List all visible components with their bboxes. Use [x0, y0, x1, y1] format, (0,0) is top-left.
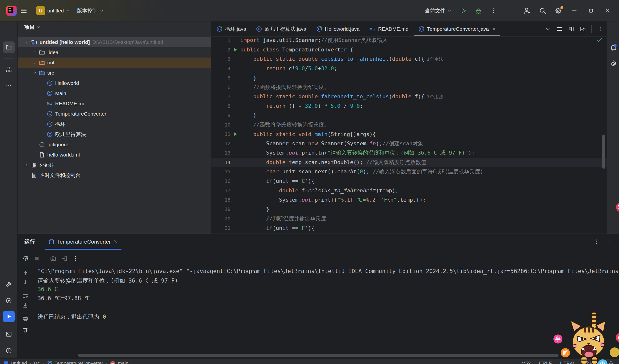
title-bar: U untitled 版本控制 当前文件 [0, 0, 619, 21]
code-with-me-button[interactable] [520, 4, 534, 17]
run-tab-label: TemperatureConverter [57, 239, 111, 245]
export-button[interactable] [61, 255, 68, 262]
tree-item-hello-world.iml[interactable]: hello world.iml [17, 150, 211, 160]
run-config-widget[interactable]: 当前文件 [422, 4, 455, 17]
run-button[interactable] [457, 4, 470, 17]
console-output[interactable]: "C:\Program Files\Java\jdk-22\bin\java.e… [38, 268, 619, 351]
hide-panel-icon[interactable] [606, 239, 612, 245]
chevron-down-icon[interactable] [23, 40, 30, 44]
trash-button[interactable] [21, 326, 29, 334]
tab-循环.java[interactable]: C循环.java [211, 21, 251, 36]
gutter-run-icon[interactable] [233, 47, 238, 52]
kebab-icon[interactable] [597, 26, 603, 32]
stripe-structure-button[interactable] [3, 64, 15, 75]
chevron-right-icon[interactable] [31, 60, 38, 65]
tab-README.md[interactable]: MREADME.md [364, 21, 413, 36]
chevron-down-icon[interactable] [545, 26, 551, 32]
gutter-run-icon[interactable] [233, 132, 238, 137]
console-hscrollbar[interactable] [78, 354, 559, 357]
stripe-hammer-button[interactable] [3, 279, 15, 290]
settings-notification-dot [561, 6, 563, 9]
status-item[interactable]: CRLF [539, 361, 552, 364]
stripe-folder-button[interactable] [3, 42, 15, 53]
more-actions-button[interactable] [487, 4, 500, 17]
arrow-down-button[interactable] [21, 279, 29, 286]
play-circle-icon [6, 297, 12, 304]
chevron-right-icon[interactable] [23, 163, 30, 167]
ime-badge-简[interactable]: 简 [561, 348, 570, 357]
tab-close-icon[interactable] [492, 27, 496, 31]
stripe-problems-button[interactable] [3, 345, 15, 356]
stripe-more-button[interactable] [3, 80, 15, 91]
tree-item-Helloworld[interactable]: CHelloworld [17, 78, 211, 88]
tab-TemperatureConverter.java[interactable]: CTemperatureConverter.java [413, 21, 501, 36]
minimize-button[interactable] [567, 4, 582, 17]
tree-item-欧几里得算法[interactable]: C欧几里得算法 [17, 129, 211, 140]
line-number: 21 [211, 225, 230, 231]
list-icon[interactable] [556, 26, 563, 32]
chevron-right-icon[interactable] [31, 50, 38, 55]
main-menu-button[interactable] [17, 4, 31, 17]
tree-item-外部库[interactable]: 外部库 [17, 160, 211, 170]
tree-item-循环[interactable]: C循环 [17, 119, 211, 129]
stripe-play-circle-button[interactable] [3, 295, 15, 307]
scroll-end-button[interactable] [21, 301, 29, 309]
project-widget[interactable]: U untitled [33, 4, 74, 17]
tree-item-.idea[interactable]: .idea [17, 47, 211, 57]
stop-button[interactable] [34, 255, 40, 262]
file-icon [39, 152, 45, 158]
bug-icon [475, 7, 482, 14]
breadcrumb-src[interactable]: src [33, 361, 40, 364]
chevron-down-icon[interactable] [31, 71, 38, 75]
class-run-icon: C [47, 90, 53, 97]
breadcrumb-untitled[interactable]: untitled [3, 360, 27, 364]
run-tab[interactable]: TemperatureConverter [45, 234, 121, 250]
run-active-icon [6, 313, 12, 320]
rerun-button[interactable] [22, 255, 29, 262]
svg-text:M: M [369, 27, 372, 31]
line-number: 8 [211, 103, 230, 109]
breadcrumb-main[interactable]: mmain [110, 360, 128, 364]
tree-item-README.md[interactable]: MREADME.md [17, 98, 211, 109]
code-editor[interactable]: 1import java.util.Scanner;//使用Scanner类获取… [211, 36, 607, 233]
tree-item-TemperatureConverter[interactable]: CTemperatureConverter [17, 109, 211, 119]
ai-assistant-button[interactable] [609, 59, 618, 68]
stripe-run-active-button[interactable] [3, 311, 15, 322]
search-everywhere-button[interactable] [535, 4, 550, 17]
close-button[interactable] [600, 4, 615, 17]
run-tab-close-icon[interactable] [113, 239, 118, 244]
console-line: 36.6 ℃=97.88 ℉ [38, 295, 619, 304]
project-panel-header[interactable]: 项目 [17, 21, 211, 33]
split-icon[interactable] [568, 26, 574, 32]
kebab-button[interactable] [72, 255, 79, 262]
settings-button[interactable] [551, 4, 565, 17]
tree-item-临时文件和控制台[interactable]: 临时文件和控制台 [17, 170, 211, 181]
tree-item-untitled-hello-world-[interactable]: untitled [hello world]D:\ASUS\Desktop\Ja… [17, 37, 211, 47]
camera-button[interactable] [50, 255, 56, 262]
arrow-up-button[interactable] [21, 269, 29, 277]
run-options-kebab-icon[interactable] [593, 239, 600, 245]
breadcrumb-TemperatureConverter[interactable]: CTemperatureConverter [46, 360, 103, 364]
stripe-terminal-button[interactable] [3, 328, 15, 340]
ime-badge-半[interactable]: 半 [553, 335, 563, 344]
vcs-widget[interactable]: 版本控制 [74, 4, 107, 17]
status-item[interactable]: 14:52 [519, 361, 531, 364]
debug-button[interactable] [472, 4, 485, 17]
tree-item-out[interactable]: out [17, 57, 211, 68]
preview-icon[interactable] [580, 26, 586, 32]
notifications-button[interactable] [609, 43, 618, 52]
print-button[interactable] [21, 314, 29, 322]
maximize-button[interactable] [583, 4, 599, 17]
tab-Helloworld.java[interactable]: CHelloworld.java [311, 21, 364, 36]
ime-badge[interactable] [610, 348, 619, 357]
tree-item-.gitignore[interactable]: .gitignore [17, 140, 211, 150]
tree-item-Main[interactable]: CMain [17, 88, 211, 98]
tree-item-src[interactable]: src [17, 68, 211, 78]
badge-icon [3, 360, 9, 364]
line-number: 7 [211, 94, 230, 99]
editor-scrollbar[interactable] [602, 135, 605, 169]
right-tool-stripe [607, 21, 619, 234]
tab-欧几里得算法.java[interactable]: C欧几里得算法.java [251, 21, 311, 36]
breadcrumb: untitled›src›CTemperatureConverter›mmain [0, 360, 128, 364]
soft-wrap-button[interactable] [21, 292, 29, 300]
